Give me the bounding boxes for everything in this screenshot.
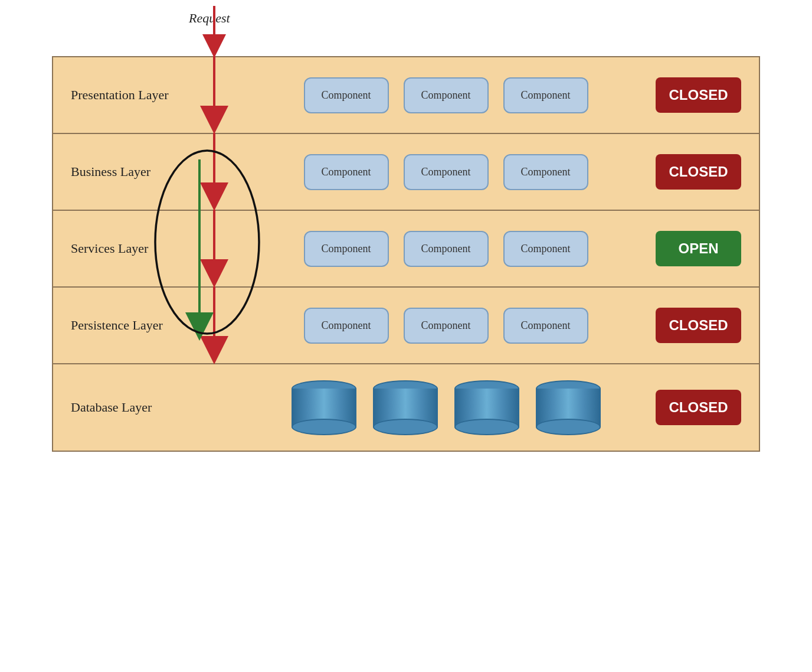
db-cylinder xyxy=(289,380,359,435)
component-box: Component xyxy=(404,77,489,113)
component-box: Component xyxy=(304,308,389,344)
component-box: Component xyxy=(304,231,389,267)
layer-container: Presentation Layer Component Component C… xyxy=(52,56,760,672)
business-layer: Business Layer Component Component Compo… xyxy=(52,133,760,210)
database-layer: Database Layer xyxy=(52,363,760,452)
component-box: Component xyxy=(503,231,588,267)
component-box: Component xyxy=(503,308,588,344)
db-cylinder xyxy=(533,380,604,435)
services-layer: Services Layer Component Component Compo… xyxy=(52,210,760,286)
component-box: Component xyxy=(304,77,389,113)
presentation-layer: Presentation Layer Component Component C… xyxy=(52,56,760,133)
persistence-layer: Persistence Layer Component Component Co… xyxy=(52,286,760,363)
database-label: Database Layer xyxy=(71,400,201,415)
presentation-status: CLOSED xyxy=(656,77,741,113)
business-status: CLOSED xyxy=(656,154,741,190)
database-status: CLOSED xyxy=(656,390,741,425)
services-status: OPEN xyxy=(656,231,741,266)
presentation-label: Presentation Layer xyxy=(71,87,201,103)
component-box: Component xyxy=(404,231,489,267)
component-box: Component xyxy=(404,154,489,190)
component-box: Component xyxy=(304,154,389,190)
db-cylinder xyxy=(370,380,441,435)
persistence-status: CLOSED xyxy=(656,308,741,343)
business-label: Business Layer xyxy=(71,164,201,180)
persistence-label: Persistence Layer xyxy=(71,318,201,333)
component-box: Component xyxy=(503,77,588,113)
component-box: Component xyxy=(503,154,588,190)
component-box: Component xyxy=(404,308,489,344)
db-cylinder xyxy=(451,380,522,435)
services-label: Services Layer xyxy=(71,241,201,256)
